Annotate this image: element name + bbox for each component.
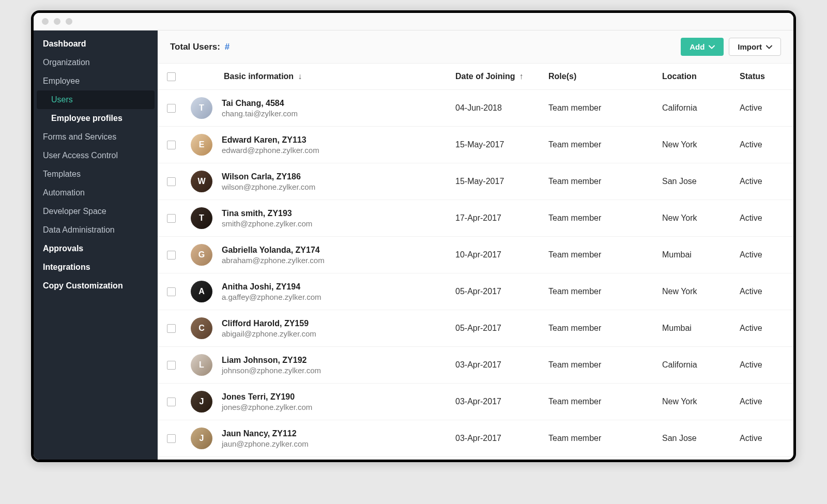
total-users-text: Total Users: [170, 42, 220, 52]
row-date-cell: 10-Apr-2017 [455, 250, 548, 259]
sidebar-item-integrations[interactable]: Integrations [34, 258, 158, 277]
table-row[interactable]: CClifford Harold, ZY159abigail@zphone.zy… [158, 310, 793, 347]
users-table-body: TTai Chang, 4584chang.tai@zylker.com04-J… [158, 90, 793, 457]
table-row[interactable]: TTina smith, ZY193smith@zphone.zylker.co… [158, 200, 793, 237]
name-block: Tina smith, ZY193smith@zphone.zylker.com [222, 209, 312, 228]
sidebar-item-label: Integrations [43, 263, 90, 271]
column-location-label: Location [662, 72, 697, 81]
row-checkbox[interactable] [167, 214, 176, 223]
row-status-cell: Active [740, 177, 781, 186]
sidebar-item-copy-customization[interactable]: Copy Customization [34, 277, 158, 295]
import-button[interactable]: Import [729, 38, 781, 56]
table-row[interactable]: JJaun Nancy, ZY112jaun@zphone.zylker.com… [158, 420, 793, 457]
window-close-icon[interactable] [42, 18, 49, 25]
sidebar-item-label: Developer Space [43, 207, 106, 216]
row-location-cell: San Jose [662, 434, 740, 443]
table-row[interactable]: JJones Terri, ZY190jones@zphone.zylker.c… [158, 384, 793, 420]
row-checkbox[interactable] [167, 324, 176, 333]
table-row[interactable]: TTai Chang, 4584chang.tai@zylker.com04-J… [158, 90, 793, 127]
user-email: chang.tai@zylker.com [222, 109, 298, 118]
user-email: abigail@zphone.zylker.com [222, 329, 316, 338]
row-role-cell: Team member [548, 213, 662, 223]
sidebar-item-developer-space[interactable]: Developer Space [34, 202, 158, 221]
column-location[interactable]: Location [662, 72, 740, 81]
row-info-cell: JJaun Nancy, ZY112jaun@zphone.zylker.com [191, 427, 455, 449]
row-checkbox-cell [167, 361, 191, 370]
row-role-cell: Team member [548, 250, 662, 259]
row-checkbox[interactable] [167, 141, 176, 149]
sidebar-item-templates[interactable]: Templates [34, 165, 158, 184]
row-location-cell: New York [662, 140, 740, 149]
user-email: jaun@zphone.zylker.com [222, 439, 309, 448]
sidebar-item-forms-and-services[interactable]: Forms and Services [34, 128, 158, 146]
row-status-cell: Active [740, 360, 781, 370]
row-checkbox[interactable] [167, 287, 176, 296]
sidebar-item-dashboard[interactable]: Dashboard [34, 35, 158, 53]
table-row[interactable]: GGabriella Yolanda, ZY174abraham@zphone.… [158, 237, 793, 273]
row-checkbox-cell [167, 398, 191, 406]
row-checkbox-cell [167, 251, 191, 259]
sidebar-item-organization[interactable]: Organization [34, 53, 158, 72]
sidebar-item-employee-profiles[interactable]: Employee profiles [34, 109, 158, 128]
row-checkbox-cell [167, 177, 191, 186]
row-date-cell: 15-May-2017 [455, 177, 548, 186]
sidebar-item-label: Organization [43, 58, 90, 67]
row-checkbox[interactable] [167, 177, 176, 186]
avatar: C [191, 317, 212, 339]
window-maximize-icon[interactable] [66, 18, 72, 25]
sidebar-item-label: Approvals [43, 244, 83, 253]
sidebar-item-user-access-control[interactable]: User Access Control [34, 146, 158, 165]
row-date-cell: 05-Apr-2017 [455, 287, 548, 296]
toolbar: Total Users: # Add Import [158, 30, 793, 64]
name-block: Jones Terri, ZY190jones@zphone.zylker.co… [222, 392, 312, 411]
row-date-cell: 03-Apr-2017 [455, 360, 548, 370]
window-minimize-icon[interactable] [54, 18, 60, 25]
table-row[interactable]: EEdward Karen, ZY113edward@zphone.zylker… [158, 127, 793, 163]
row-info-cell: EEdward Karen, ZY113edward@zphone.zylker… [191, 134, 455, 156]
sidebar-item-label: User Access Control [43, 151, 118, 160]
user-email: wilson@zphone.zylker.com [222, 182, 315, 191]
row-date-cell: 04-Jun-2018 [455, 103, 548, 113]
row-role-cell: Team member [548, 434, 662, 443]
sidebar: DashboardOrganizationEmployeeUsersEmploy… [34, 30, 158, 460]
row-info-cell: AAnitha Joshi, ZY194a.gaffey@zphone.zylk… [191, 281, 455, 302]
avatar: E [191, 134, 212, 156]
row-checkbox[interactable] [167, 251, 176, 259]
sidebar-item-data-administration[interactable]: Data Administration [34, 221, 158, 239]
user-name: Gabriella Yolanda, ZY174 [222, 246, 325, 255]
row-checkbox[interactable] [167, 104, 176, 113]
column-date-of-joining[interactable]: Date of Joining ↑ [455, 72, 548, 81]
user-name: Anitha Joshi, ZY194 [222, 282, 321, 292]
select-all-checkbox[interactable] [167, 72, 176, 81]
avatar: L [191, 354, 212, 376]
column-info-label: Basic information [224, 72, 294, 81]
user-name: Jones Terri, ZY190 [222, 392, 312, 402]
row-checkbox[interactable] [167, 361, 176, 370]
column-basic-information[interactable]: Basic information ↓ [191, 72, 455, 81]
row-location-cell: New York [662, 287, 740, 296]
table-row[interactable]: AAnitha Joshi, ZY194a.gaffey@zphone.zylk… [158, 273, 793, 310]
user-email: smith@zphone.zylker.com [222, 219, 312, 228]
row-checkbox-cell [167, 104, 191, 113]
sidebar-item-users[interactable]: Users [37, 90, 155, 109]
sidebar-item-label: Employee [43, 77, 80, 85]
sidebar-item-label: Employee profiles [51, 114, 122, 123]
name-block: Gabriella Yolanda, ZY174abraham@zphone.z… [222, 246, 325, 265]
table-row[interactable]: WWilson Carla, ZY186wilson@zphone.zylker… [158, 163, 793, 200]
avatar: T [191, 207, 212, 229]
column-roles[interactable]: Role(s) [548, 72, 662, 81]
sidebar-item-label: Users [51, 95, 73, 104]
row-checkbox[interactable] [167, 434, 176, 443]
row-date-cell: 05-Apr-2017 [455, 324, 548, 333]
row-info-cell: GGabriella Yolanda, ZY174abraham@zphone.… [191, 244, 455, 266]
add-button[interactable]: Add [681, 38, 724, 56]
sidebar-item-automation[interactable]: Automation [34, 184, 158, 202]
row-checkbox[interactable] [167, 398, 176, 406]
sidebar-item-label: Copy Customization [43, 281, 123, 290]
toolbar-actions: Add Import [681, 38, 781, 56]
user-email: abraham@zphone.zylker.com [222, 256, 325, 265]
column-status[interactable]: Status [740, 72, 781, 81]
sidebar-item-approvals[interactable]: Approvals [34, 239, 158, 258]
table-row[interactable]: LLiam Johnson, ZY192johnson@zphone.zylke… [158, 347, 793, 384]
sidebar-item-employee[interactable]: Employee [34, 72, 158, 90]
